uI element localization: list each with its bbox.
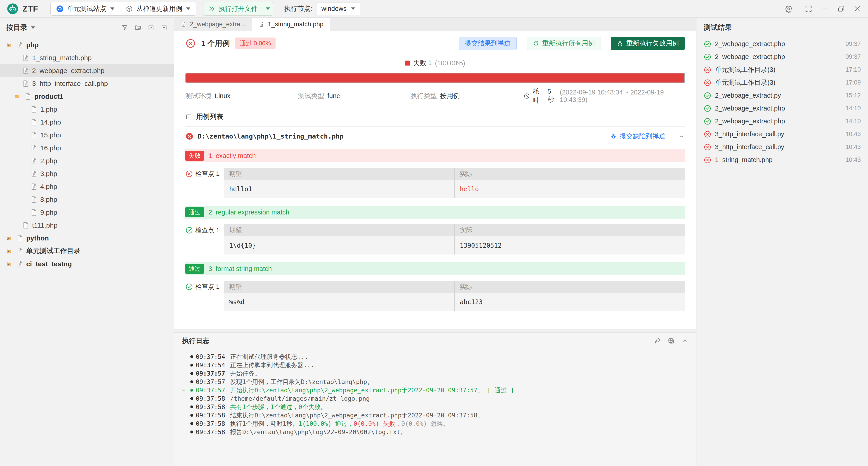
sidebar-mode-caret-icon[interactable] — [31, 26, 35, 29]
clear-log-icon[interactable] — [654, 337, 661, 344]
result-list-item[interactable]: 单元测试工作目录(3) 17:10 — [696, 63, 868, 76]
tree-item[interactable]: 15.php — [0, 129, 174, 142]
tree-item-label: 3_http_interface_call.php — [32, 80, 108, 88]
log-time: 09:37:58 — [196, 395, 230, 402]
tree-item[interactable]: 16.php — [0, 142, 174, 154]
rerun-all-button[interactable]: 重新执行所有用例 — [527, 37, 601, 50]
tree-item[interactable]: php — [0, 38, 174, 51]
settings-gear-icon[interactable] — [785, 5, 793, 13]
run-options-button[interactable] — [263, 2, 273, 15]
tree-item[interactable]: t111.php — [0, 219, 174, 231]
tree-item[interactable]: ci_test_testng — [0, 257, 174, 270]
tab[interactable]: 1_string_match.php — [252, 18, 330, 31]
duration-range: (2022-09-19 10:43:34 ~ 2022-09-19 10:43:… — [560, 89, 685, 103]
submit-result-label: 提交结果到禅道 — [465, 39, 510, 48]
log-bullet-icon — [188, 389, 196, 392]
unit-test-site-dropdown[interactable]: 单元测试站点 — [51, 2, 120, 15]
submit-result-button[interactable]: 提交结果到禅道 — [459, 37, 517, 50]
log-time: 09:37:58 — [196, 420, 230, 427]
log-bullet-icon — [188, 422, 196, 425]
log-bullet-icon — [188, 397, 196, 400]
result-list-item[interactable]: 单元测试工作目录(3) 17:09 — [696, 76, 868, 89]
collapse-case-icon[interactable] — [678, 133, 685, 139]
sync-cases-dropdown[interactable]: 从禅道更新用例 — [120, 2, 196, 15]
tree-item[interactable]: product1 — [0, 90, 174, 103]
tree-item[interactable]: 14.php — [0, 116, 174, 129]
tab[interactable]: 2_webpage_extra... — [174, 18, 252, 31]
log-line: 09:37:58 结束执行D:\zentao\lang\php\2_webpag… — [180, 411, 696, 420]
add-workspace-icon[interactable] — [134, 24, 141, 31]
tree-item-label: php — [26, 41, 39, 49]
rerun-failed-button[interactable]: 重新执行失败用例 — [611, 37, 685, 50]
tree-caret-icon[interactable] — [4, 42, 13, 48]
fail-legend-square — [405, 61, 410, 66]
tree-caret-icon[interactable] — [12, 94, 22, 99]
run-open-file-label: 执行打开文件 — [218, 4, 258, 13]
exec-node-value: windows — [321, 5, 346, 12]
log-bullet-icon — [188, 372, 196, 375]
rerun-failed-label: 重新执行失败用例 — [626, 39, 679, 48]
log-time: 09:37:54 — [196, 353, 230, 360]
exec-node-label: 执行节点: — [284, 4, 312, 13]
result-list-item[interactable]: 2_webpage_extract.py 15:12 — [696, 89, 868, 102]
bug-icon — [610, 133, 617, 139]
tree-caret-icon[interactable] — [4, 236, 13, 241]
result-time: 14:10 — [845, 118, 861, 125]
popout-log-icon[interactable] — [668, 337, 675, 344]
result-list-item[interactable]: 3_http_interface_call.py 10:43 — [696, 141, 868, 153]
minimize-icon[interactable] — [821, 5, 829, 13]
close-icon[interactable] — [854, 5, 861, 13]
tree-item[interactable]: 3.php — [0, 167, 174, 180]
tree-item[interactable]: python — [0, 231, 174, 245]
tree-item[interactable]: 1_string_match.php — [0, 51, 174, 64]
log-bullet-icon — [188, 380, 196, 383]
rerun-all-label: 重新执行所有用例 — [542, 39, 595, 48]
tree-item[interactable]: 单元测试工作目录 — [0, 245, 174, 257]
log-time: 09:37:57 — [196, 378, 230, 385]
tree-caret-icon[interactable] — [4, 261, 13, 267]
result-list-item[interactable]: 2_webpage_extract.php 14:10 — [696, 115, 868, 128]
select-cases-icon[interactable] — [148, 24, 154, 31]
tree-item[interactable]: 2.php — [0, 154, 174, 167]
test-step: 通过 2. regular expression match 检查点 1 期望 … — [185, 206, 685, 254]
result-list-item[interactable]: 1_string_match.php 10:43 — [696, 153, 868, 166]
log-text: 发现1个用例，工作目录为D:\zentao\lang\php。 — [230, 378, 373, 386]
tree-item[interactable]: 9.php — [0, 206, 174, 219]
file-tree: php 1_string_match.php 2_webpage_extract… — [0, 37, 174, 466]
actual-value: abc123 — [454, 293, 685, 311]
step-status-bar: 通过 3. format string match — [185, 262, 685, 275]
case-header[interactable]: D:\zentao\lang\php\1_string_match.php 提交… — [185, 127, 685, 146]
tree-item-label: 3.php — [40, 170, 57, 178]
step-list: 失败 1. exactly match 检查点 1 期望 实际 hello1 h… — [185, 149, 685, 311]
test-step: 通过 3. format string match 检查点 1 期望 实际 %s… — [185, 262, 685, 311]
log-line: 09:37:58 执行1个用例，耗时1秒。1(100.0%) 通过，0(0.0%… — [180, 420, 696, 428]
tree-item[interactable]: 3_http_interface_call.php — [0, 77, 174, 90]
app-name: ZTF — [23, 4, 38, 13]
exec-node-dropdown[interactable]: windows — [316, 2, 360, 15]
tree-item-icon — [22, 221, 30, 229]
tree-caret-icon[interactable] — [4, 248, 13, 254]
log-bullet-icon — [188, 431, 196, 433]
result-name: 单元测试工作目录(3) — [715, 65, 842, 74]
fail-status-icon — [185, 38, 196, 49]
result-list-item[interactable]: 2_webpage_extract.php 14:10 — [696, 102, 868, 115]
tree-item[interactable]: 4.php — [0, 180, 174, 193]
tree-item[interactable]: 8.php — [0, 193, 174, 206]
tree-item[interactable]: 2_webpage_extract.php — [0, 64, 174, 77]
log-text: 共有1个步骤，1个通过，0个失败。 — [230, 403, 327, 411]
submit-bug-link[interactable]: 提交缺陷到禅道 — [610, 132, 665, 141]
collapse-log-icon[interactable] — [681, 337, 688, 344]
result-list-item[interactable]: 3_http_interface_call.py 10:43 — [696, 128, 868, 141]
run-open-file-button[interactable]: 执行打开文件 — [204, 2, 263, 15]
tree-item[interactable]: 1.php — [0, 103, 174, 116]
duration-info: 耗时 5秒 (2022-09-19 10:43:34 ~ 2022-09-19 … — [524, 87, 685, 105]
collapse-all-icon[interactable] — [161, 24, 167, 31]
result-list-item[interactable]: 2_webpage_extract.php 09:37 — [696, 51, 868, 63]
restore-window-icon[interactable] — [837, 5, 845, 13]
result-status-icon — [704, 40, 711, 48]
result-list-item[interactable]: 2_webpage_extract.php 09:37 — [696, 37, 868, 51]
fullscreen-icon[interactable] — [805, 5, 812, 13]
env-cell: 执行类型 按用例 — [411, 92, 524, 100]
actual-header: 实际 — [454, 168, 685, 180]
filter-icon[interactable] — [121, 24, 128, 31]
